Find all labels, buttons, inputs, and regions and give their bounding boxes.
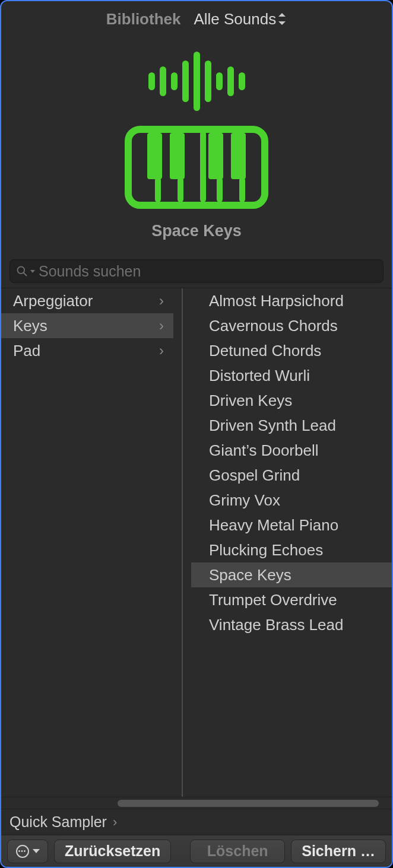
chevron-right-icon: › [159, 342, 164, 359]
sound-label: Vintage Brass Lead [209, 616, 343, 634]
sound-label: Driven Synth Lead [209, 416, 336, 435]
svg-rect-3 [208, 133, 223, 179]
column-divider[interactable] [173, 288, 191, 797]
sound-row[interactable]: Driven Keys [191, 388, 392, 413]
sound-row[interactable]: Vintage Brass Lead [191, 612, 392, 637]
sound-row[interactable]: Almost Harpsichord [191, 288, 392, 313]
sound-label: Cavernous Chords [209, 317, 338, 335]
search-menu-caret-icon [30, 270, 35, 273]
sound-row[interactable]: Heavy Metal Piano [191, 513, 392, 538]
sound-browser: Arpeggiator›Keys›Pad› Almost Harpsichord… [1, 288, 392, 797]
category-row[interactable]: Pad› [1, 338, 173, 363]
search-icon [16, 265, 28, 277]
sound-label: Distorted Wurli [209, 367, 310, 385]
svg-rect-1 [147, 133, 162, 179]
sound-row[interactable]: Trumpet Overdrive [191, 587, 392, 612]
sound-label: Grimy Vox [209, 491, 280, 510]
waveform-icon [148, 49, 245, 114]
patch-hero: Space Keys [1, 37, 392, 252]
sound-column: Almost HarpsichordCavernous ChordsDetune… [191, 288, 392, 797]
library-header: Bibliothek Alle Sounds [1, 1, 392, 37]
category-label: Keys [13, 317, 47, 335]
patch-title: Space Keys [151, 222, 242, 240]
library-footer: ••• Zurücksetzen Löschen Sichern … [1, 835, 392, 867]
patch-breadcrumb[interactable]: Quick Sampler › [1, 809, 392, 835]
sound-row[interactable]: Giant’s Doorbell [191, 438, 392, 463]
sound-filter-label: Alle Sounds [194, 10, 276, 28]
save-button[interactable]: Sichern … [291, 840, 386, 863]
reset-button[interactable]: Zurücksetzen [54, 840, 171, 863]
chevron-right-icon: › [159, 292, 164, 309]
category-row[interactable]: Arpeggiator› [1, 288, 173, 313]
chevron-right-icon: › [113, 815, 117, 830]
sound-label: Detuned Chords [209, 342, 321, 360]
sound-label: Giant’s Doorbell [209, 441, 319, 460]
updown-caret-icon [278, 13, 287, 25]
svg-rect-2 [170, 133, 185, 179]
keyboard-icon [125, 126, 268, 209]
sound-label: Driven Keys [209, 392, 292, 410]
category-label: Pad [13, 342, 40, 360]
sound-label: Space Keys [209, 566, 291, 584]
sound-row[interactable]: Space Keys [191, 562, 392, 587]
search-field[interactable] [9, 259, 384, 283]
category-label: Arpeggiator [13, 292, 93, 310]
category-row[interactable]: Keys› [1, 313, 173, 338]
sound-row[interactable]: Gospel Grind [191, 463, 392, 488]
chevron-right-icon: › [159, 317, 164, 334]
sound-row[interactable]: Driven Synth Lead [191, 413, 392, 438]
svg-rect-4 [231, 133, 246, 179]
sound-filter-dropdown[interactable]: Alle Sounds [194, 10, 287, 28]
sound-row[interactable]: Distorted Wurli [191, 363, 392, 388]
horizontal-scrollbar[interactable] [1, 797, 392, 809]
svg-line-11 [24, 273, 27, 276]
category-column: Arpeggiator›Keys›Pad› [1, 288, 173, 797]
sound-row[interactable]: Cavernous Chords [191, 313, 392, 338]
search-container [1, 252, 392, 288]
ellipsis-circle-icon: ••• [16, 845, 29, 858]
search-input[interactable] [39, 263, 377, 280]
breadcrumb-segment: Quick Sampler [9, 813, 107, 831]
sound-label: Heavy Metal Piano [209, 516, 338, 535]
library-label: Bibliothek [106, 10, 181, 28]
sound-label: Trumpet Overdrive [209, 591, 337, 609]
sound-row[interactable]: Grimy Vox [191, 488, 392, 513]
scrollbar-thumb[interactable] [118, 800, 379, 807]
sound-label: Plucking Echoes [209, 541, 323, 559]
sound-row[interactable]: Detuned Chords [191, 338, 392, 363]
chevron-down-icon [33, 849, 40, 853]
delete-button[interactable]: Löschen [190, 840, 285, 863]
sound-row[interactable]: Plucking Echoes [191, 538, 392, 562]
library-panel: Bibliothek Alle Sounds [0, 0, 393, 868]
sound-label: Gospel Grind [209, 466, 300, 485]
actions-menu-button[interactable]: ••• [7, 840, 48, 863]
sound-label: Almost Harpsichord [209, 292, 344, 310]
